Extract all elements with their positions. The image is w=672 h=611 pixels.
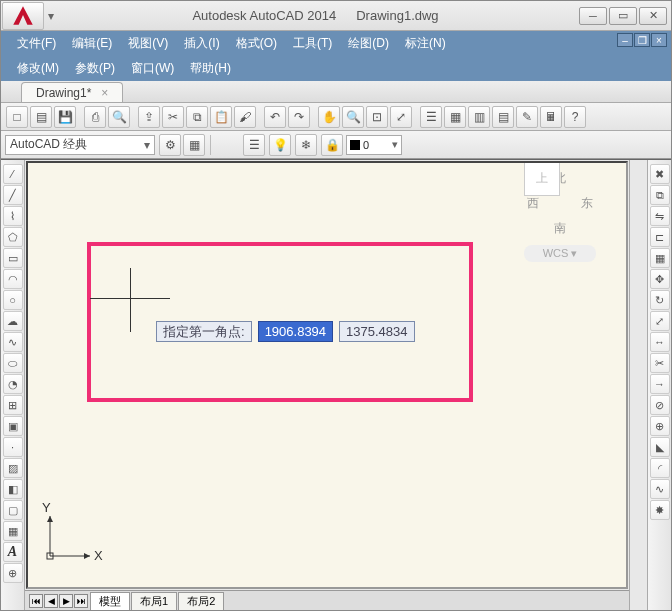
save-icon[interactable]: 💾 (54, 106, 76, 128)
menu-modify[interactable]: 修改(M) (9, 56, 67, 81)
viewcube-west[interactable]: 西 (527, 195, 539, 212)
menu-help[interactable]: 帮助(H) (182, 56, 239, 81)
insert-tool[interactable]: ⊞ (3, 395, 23, 415)
paste-icon[interactable]: 📋 (210, 106, 232, 128)
coord-y-input[interactable]: 1375.4834 (339, 321, 414, 342)
viewcube-south[interactable]: 南 (554, 220, 566, 237)
preview-icon[interactable]: 🔍 (108, 106, 130, 128)
point-tool[interactable]: · (3, 437, 23, 457)
chamfer-tool[interactable]: ◣ (650, 437, 670, 457)
viewcube[interactable]: 北 西 上 东 南 WCS ▾ (524, 171, 596, 262)
copy-icon[interactable]: ⧉ (186, 106, 208, 128)
hatch-tool[interactable]: ▨ (3, 458, 23, 478)
menu-draw[interactable]: 绘图(D) (340, 31, 397, 56)
viewcube-top[interactable]: 上 (524, 161, 560, 196)
line-tool[interactable]: ∕ (3, 164, 23, 184)
menu-dimension[interactable]: 标注(N) (397, 31, 454, 56)
workspace-settings-icon[interactable]: ⚙ (159, 134, 181, 156)
menu-insert[interactable]: 插入(I) (176, 31, 227, 56)
mirror-tool[interactable]: ⇋ (650, 206, 670, 226)
menu-view[interactable]: 视图(V) (120, 31, 176, 56)
circle-tool[interactable]: ○ (3, 290, 23, 310)
scale-tool[interactable]: ⤢ (650, 311, 670, 331)
blend-tool[interactable]: ∿ (650, 479, 670, 499)
erase-tool[interactable]: ✖ (650, 164, 670, 184)
tab-layout1[interactable]: 布局1 (131, 592, 177, 610)
publish-icon[interactable]: ⇪ (138, 106, 160, 128)
coord-x-input[interactable]: 1906.8394 (258, 321, 333, 342)
tab-nav-prev[interactable]: ◀ (44, 594, 58, 608)
array-tool[interactable]: ▦ (650, 248, 670, 268)
zoomwin-icon[interactable]: ⊡ (366, 106, 388, 128)
menu-format[interactable]: 格式(O) (228, 31, 285, 56)
layer-freeze-icon[interactable]: ❄ (295, 134, 317, 156)
copy-tool[interactable]: ⧉ (650, 185, 670, 205)
block-tool[interactable]: ▣ (3, 416, 23, 436)
tab-nav-first[interactable]: ⏮ (29, 594, 43, 608)
ellipsearc-tool[interactable]: ◔ (3, 374, 23, 394)
tab-nav-last[interactable]: ⏭ (74, 594, 88, 608)
matchprop-icon[interactable]: 🖌 (234, 106, 256, 128)
tab-model[interactable]: 模型 (90, 592, 130, 610)
polyline-tool[interactable]: ⌇ (3, 206, 23, 226)
layers-icon[interactable]: ☰ (243, 134, 265, 156)
calc-icon[interactable]: 🖩 (540, 106, 562, 128)
child-minimize[interactable]: – (617, 33, 633, 47)
offset-tool[interactable]: ⊏ (650, 227, 670, 247)
undo-icon[interactable]: ↶ (264, 106, 286, 128)
markup-icon[interactable]: ✎ (516, 106, 538, 128)
move-tool[interactable]: ✥ (650, 269, 670, 289)
maximize-button[interactable]: ▭ (609, 7, 637, 25)
properties-icon[interactable]: ☰ (420, 106, 442, 128)
wcs-badge[interactable]: WCS ▾ (524, 245, 596, 262)
layer-selector[interactable]: 0 ▾ (346, 135, 402, 155)
menu-tools[interactable]: 工具(T) (285, 31, 340, 56)
region-tool[interactable]: ▢ (3, 500, 23, 520)
join-tool[interactable]: ⊕ (650, 416, 670, 436)
open-icon[interactable]: ▤ (30, 106, 52, 128)
designcenter-icon[interactable]: ▦ (444, 106, 466, 128)
drawing-canvas[interactable]: 北 西 上 东 南 WCS ▾ 指定第一角点: 1906.8394 1375.4… (26, 161, 628, 589)
stretch-tool[interactable]: ↔ (650, 332, 670, 352)
menu-file[interactable]: 文件(F) (9, 31, 64, 56)
document-tab[interactable]: Drawing1* × (21, 82, 123, 102)
rectangle-tool[interactable]: ▭ (3, 248, 23, 268)
pan-icon[interactable]: ✋ (318, 106, 340, 128)
trim-tool[interactable]: ✂ (650, 353, 670, 373)
toolpalettes-icon[interactable]: ▥ (468, 106, 490, 128)
menu-edit[interactable]: 编辑(E) (64, 31, 120, 56)
table-tool[interactable]: ▦ (3, 521, 23, 541)
menu-window[interactable]: 窗口(W) (123, 56, 182, 81)
fillet-tool[interactable]: ◜ (650, 458, 670, 478)
zoomext-icon[interactable]: ⤢ (390, 106, 412, 128)
child-restore[interactable]: ❐ (634, 33, 650, 47)
help-icon[interactable]: ? (564, 106, 586, 128)
close-button[interactable]: ✕ (639, 7, 667, 25)
layer-on-icon[interactable]: 💡 (269, 134, 291, 156)
new-icon[interactable]: □ (6, 106, 28, 128)
child-close[interactable]: × (651, 33, 667, 47)
polygon-tool[interactable]: ⬠ (3, 227, 23, 247)
menu-param[interactable]: 参数(P) (67, 56, 123, 81)
ellipse-tool[interactable]: ⬭ (3, 353, 23, 373)
break-tool[interactable]: ⊘ (650, 395, 670, 415)
redo-icon[interactable]: ↷ (288, 106, 310, 128)
explode-tool[interactable]: ✸ (650, 500, 670, 520)
gradient-tool[interactable]: ◧ (3, 479, 23, 499)
rotate-tool[interactable]: ↻ (650, 290, 670, 310)
vertical-scrollbar[interactable] (629, 160, 647, 610)
text-tool[interactable]: A (3, 542, 23, 562)
revcloud-tool[interactable]: ☁ (3, 311, 23, 331)
zoom-icon[interactable]: 🔍 (342, 106, 364, 128)
arc-tool[interactable]: ◠ (3, 269, 23, 289)
sheetset-icon[interactable]: ▤ (492, 106, 514, 128)
close-tab-icon[interactable]: × (101, 86, 108, 100)
print-icon[interactable]: ⎙ (84, 106, 106, 128)
cut-icon[interactable]: ✂ (162, 106, 184, 128)
xline-tool[interactable]: ╱ (3, 185, 23, 205)
addselected-tool[interactable]: ⊕ (3, 563, 23, 583)
layer-lock-icon[interactable]: 🔒 (321, 134, 343, 156)
workspace-selector[interactable]: AutoCAD 经典 ▾ (5, 135, 155, 155)
spline-tool[interactable]: ∿ (3, 332, 23, 352)
tab-layout2[interactable]: 布局2 (178, 592, 224, 610)
